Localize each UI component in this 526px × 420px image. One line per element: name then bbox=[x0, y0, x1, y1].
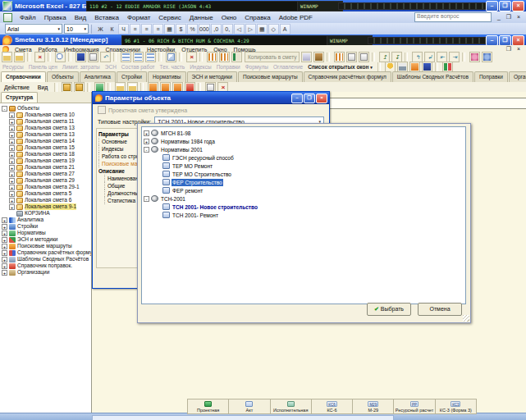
panel1-icon[interactable] bbox=[334, 52, 345, 62]
panel3-icon[interactable] bbox=[359, 52, 369, 62]
close-window-icon[interactable]: × bbox=[515, 13, 523, 21]
action-menu-item[interactable]: Вид bbox=[34, 84, 53, 90]
expander-icon[interactable]: + bbox=[9, 112, 15, 118]
close-view-icon[interactable]: × bbox=[34, 52, 45, 62]
expander-icon[interactable]: + bbox=[9, 158, 15, 164]
checkbox-icon[interactable] bbox=[98, 106, 106, 114]
excel-menu-item[interactable]: Вид bbox=[71, 14, 90, 21]
excel-menu-item[interactable]: Файл bbox=[16, 14, 40, 21]
cancel-button[interactable]: Отмена bbox=[418, 303, 462, 316]
excel-menu-item[interactable]: Окно bbox=[217, 14, 241, 21]
expander-icon[interactable]: + bbox=[144, 130, 149, 136]
restore-button[interactable]: ❒ bbox=[304, 94, 315, 103]
tree-item[interactable]: + Локальная смета 29-1 bbox=[2, 184, 91, 190]
row-shift2-icon[interactable] bbox=[133, 52, 144, 62]
font-name-select[interactable]: Arial▾ bbox=[5, 24, 62, 34]
format-button[interactable]: ≡ bbox=[141, 24, 152, 34]
tree-item[interactable]: + Нормативы 1984 года bbox=[144, 137, 464, 145]
tree-item[interactable]: + Локальная смета 29 bbox=[2, 177, 91, 184]
tree-item[interactable]: + Локальная смета 13 bbox=[2, 131, 91, 138]
section-tab[interactable]: Справочник расчётных формул bbox=[304, 71, 391, 82]
panel-link[interactable]: Лимит. затраты bbox=[60, 64, 103, 70]
expander-icon[interactable]: + bbox=[9, 171, 15, 177]
format-button[interactable]: Ч bbox=[118, 24, 129, 34]
format-button[interactable]: ◁ bbox=[234, 24, 245, 34]
insert-row-icon[interactable] bbox=[207, 52, 217, 62]
document-icon[interactable] bbox=[88, 52, 98, 62]
report-button[interactable]: КС6 КС-6 bbox=[312, 399, 353, 414]
expander-icon[interactable]: + bbox=[9, 152, 15, 158]
panel-link[interactable]: Тех. часть bbox=[158, 64, 188, 70]
hierarchy-icon[interactable] bbox=[2, 52, 12, 62]
section-tab[interactable]: Поисковые маршруты bbox=[238, 71, 303, 82]
tree-item[interactable]: - ТСН-2001 bbox=[144, 194, 464, 203]
panel-link[interactable]: Поправки bbox=[214, 64, 243, 70]
section-tab[interactable]: Справочники bbox=[1, 71, 46, 82]
expander-icon[interactable]: + bbox=[2, 224, 7, 230]
row-shift3-icon[interactable] bbox=[145, 52, 156, 62]
section-tab[interactable]: Аналитика bbox=[80, 71, 116, 82]
report-button[interactable]: Проектная bbox=[187, 399, 229, 414]
format-button[interactable]: ≡ bbox=[130, 24, 140, 34]
report-button[interactable]: Акт bbox=[229, 399, 270, 414]
format-button[interactable]: 000 bbox=[199, 24, 210, 34]
excel-menu-item[interactable]: Сервис bbox=[154, 14, 185, 21]
format-button[interactable]: ▦ bbox=[257, 24, 268, 34]
tree-item[interactable]: ТСН 2001- Новое строительство bbox=[144, 203, 464, 211]
expander-icon[interactable]: + bbox=[9, 178, 15, 184]
excel-menu-item[interactable]: Формат bbox=[123, 14, 154, 21]
expander-icon[interactable]: + bbox=[9, 204, 15, 210]
expander-icon[interactable]: - bbox=[144, 147, 149, 153]
ask-question-input[interactable]: Введите вопрос bbox=[414, 12, 492, 22]
tree-item[interactable]: + Стройки bbox=[2, 223, 91, 230]
tree-item[interactable]: + Поисковые маршруты bbox=[2, 243, 91, 249]
panel2-icon[interactable] bbox=[346, 52, 357, 62]
expander-icon[interactable]: + bbox=[9, 165, 15, 171]
format-button[interactable]: ▷ bbox=[245, 24, 256, 34]
expander-icon[interactable]: + bbox=[2, 250, 7, 256]
format-button[interactable]: А bbox=[280, 24, 290, 34]
format-button[interactable]: 0, bbox=[222, 24, 233, 34]
tree-item[interactable]: + Локальная смета 6 bbox=[2, 197, 91, 203]
section-tab[interactable]: Поправки bbox=[474, 71, 508, 82]
format-button[interactable]: ,0 bbox=[211, 24, 222, 34]
tree-item[interactable]: ФЕР Строительство bbox=[144, 178, 464, 186]
tree-item[interactable]: - Нормативы 2001 bbox=[144, 145, 464, 153]
expander-icon[interactable]: + bbox=[9, 139, 15, 144]
expander-icon[interactable]: - bbox=[2, 106, 7, 112]
tree-item[interactable]: + ЭСН и методики bbox=[2, 236, 91, 243]
report-button[interactable]: КС3 КС-3 (Форма 3) bbox=[436, 399, 477, 414]
minimize-window-icon[interactable]: _ bbox=[495, 13, 503, 21]
expander-icon[interactable]: + bbox=[2, 263, 7, 269]
collapse-tree-icon[interactable] bbox=[14, 52, 25, 62]
tree-item[interactable]: + Локальная смета 19 bbox=[2, 158, 91, 164]
expander-icon[interactable]: + bbox=[9, 185, 15, 190]
panel-link[interactable]: Состав работ bbox=[119, 64, 158, 70]
undo-icon[interactable]: ↶ bbox=[100, 52, 111, 62]
tree-item[interactable]: + Организации bbox=[2, 269, 91, 276]
excel-menu-item[interactable]: Правка bbox=[40, 14, 71, 21]
panel-link[interactable]: ЭСН bbox=[103, 64, 119, 70]
format-button[interactable]: К bbox=[107, 24, 117, 34]
tree-item[interactable]: + Справочник поправок. bbox=[2, 262, 91, 269]
restore-window-icon[interactable]: ❒ bbox=[505, 13, 513, 21]
open-windows-button[interactable]: Список открытых окон ▾ bbox=[305, 64, 375, 70]
tree-item[interactable]: ФЕР ремонт bbox=[144, 186, 464, 194]
excel-menu-item[interactable]: Вставка bbox=[90, 14, 123, 21]
panel-link[interactable]: Индексы bbox=[187, 64, 214, 70]
tree-item[interactable]: + Шаблоны Сводных Расчётов bbox=[2, 256, 91, 262]
report-button[interactable]: РР Ресурсный расчет bbox=[394, 399, 435, 414]
tree-item[interactable]: + Локальная смета 18 bbox=[2, 151, 91, 158]
tree-item[interactable]: ТЕР МО Ремонт bbox=[144, 162, 464, 170]
expander-icon[interactable]: + bbox=[2, 270, 7, 276]
folder-icon[interactable] bbox=[74, 82, 85, 93]
tree-item[interactable]: КОРЗИНА bbox=[2, 210, 91, 217]
tree-item[interactable]: + Локальная смета 10 bbox=[2, 112, 91, 118]
expander-icon[interactable]: + bbox=[9, 145, 15, 151]
format-button[interactable]: Ж bbox=[95, 24, 106, 34]
expander-icon[interactable]: + bbox=[9, 132, 15, 138]
section-tab[interactable]: Нормативы bbox=[148, 71, 186, 82]
select-button[interactable]: ✔ Выбрать bbox=[367, 303, 411, 316]
copy-icon[interactable] bbox=[301, 52, 312, 62]
format-button[interactable]: ◇ bbox=[268, 24, 279, 34]
